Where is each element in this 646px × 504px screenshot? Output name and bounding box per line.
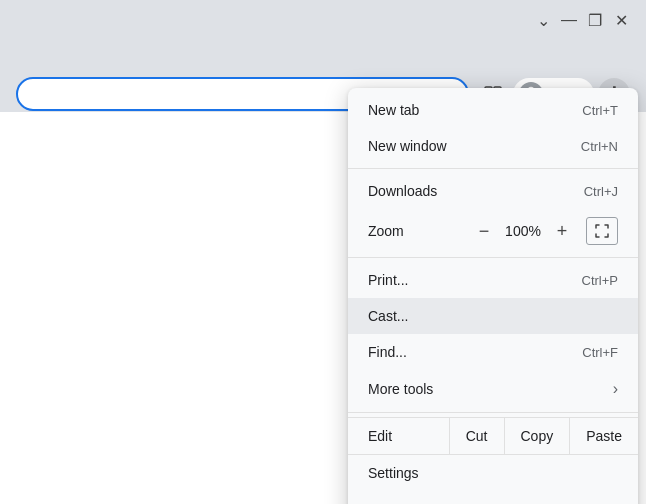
chevron-button[interactable]: ⌄ — [534, 11, 552, 29]
print-shortcut: Ctrl+P — [582, 273, 618, 288]
menu-item-edit: Edit Cut Copy Paste — [348, 417, 638, 455]
more-tools-arrow: › — [613, 380, 618, 398]
more-tools-label: More tools — [368, 381, 605, 397]
divider-1 — [348, 168, 638, 169]
new-window-shortcut: Ctrl+N — [581, 139, 618, 154]
zoom-label: Zoom — [368, 223, 468, 239]
zoom-fullscreen-button[interactable] — [586, 217, 618, 245]
new-tab-label: New tab — [368, 102, 566, 118]
restore-button[interactable]: ❐ — [586, 11, 604, 29]
find-shortcut: Ctrl+F — [582, 345, 618, 360]
divider-3 — [348, 412, 638, 413]
find-label: Find... — [368, 344, 566, 360]
menu-item-more-tools[interactable]: More tools › — [348, 370, 638, 408]
downloads-shortcut: Ctrl+J — [584, 184, 618, 199]
zoom-plus-button[interactable]: + — [546, 215, 578, 247]
edit-label: Edit — [348, 418, 449, 454]
minimize-button[interactable]: — — [560, 11, 578, 29]
zoom-minus-button[interactable]: − — [468, 215, 500, 247]
menu-item-print[interactable]: Print... Ctrl+P — [348, 262, 638, 298]
tab-bar — [8, 34, 638, 70]
chrome-dropdown-menu: New tab Ctrl+T New window Ctrl+N Downloa… — [348, 88, 638, 504]
print-label: Print... — [368, 272, 566, 288]
copy-button[interactable]: Copy — [504, 418, 570, 454]
downloads-label: Downloads — [368, 183, 568, 199]
zoom-value: 100% — [500, 223, 546, 239]
cut-button[interactable]: Cut — [449, 418, 504, 454]
menu-item-new-tab[interactable]: New tab Ctrl+T — [348, 92, 638, 128]
cast-label: Cast... — [368, 308, 618, 324]
menu-item-cast[interactable]: Cast... — [348, 298, 638, 334]
menu-item-settings[interactable]: Settings — [348, 455, 638, 491]
edit-actions: Cut Copy Paste — [449, 418, 638, 454]
menu-item-help[interactable]: Help › — [348, 491, 638, 504]
menu-item-zoom: Zoom − 100% + — [348, 209, 638, 253]
menu-item-find[interactable]: Find... Ctrl+F — [348, 334, 638, 370]
paste-button[interactable]: Paste — [569, 418, 638, 454]
window-controls: ⌄ — ❐ ✕ — [8, 6, 638, 34]
zoom-controls: − 100% + — [468, 215, 578, 247]
divider-2 — [348, 257, 638, 258]
menu-item-downloads[interactable]: Downloads Ctrl+J — [348, 173, 638, 209]
close-button[interactable]: ✕ — [612, 11, 630, 29]
settings-label: Settings — [368, 465, 618, 481]
new-tab-shortcut: Ctrl+T — [582, 103, 618, 118]
new-window-label: New window — [368, 138, 565, 154]
menu-item-new-window[interactable]: New window Ctrl+N — [348, 128, 638, 164]
